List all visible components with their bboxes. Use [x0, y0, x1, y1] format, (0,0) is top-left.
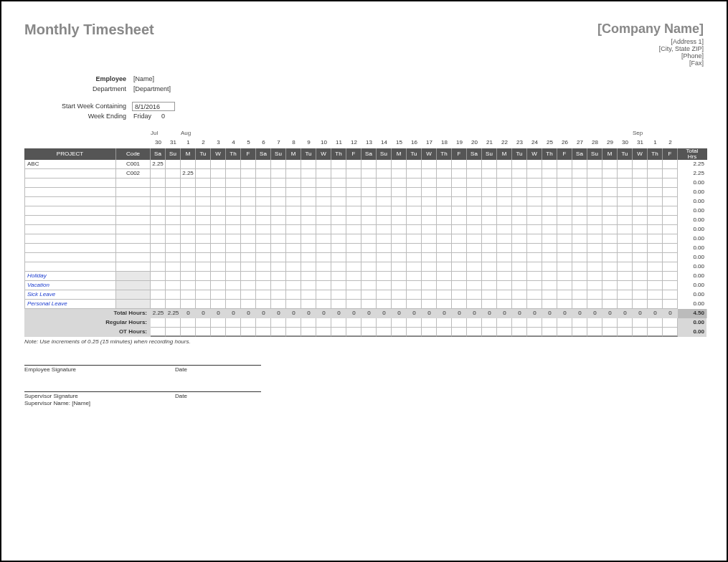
hour-cell[interactable]	[286, 244, 301, 253]
hour-cell[interactable]	[482, 272, 497, 281]
hour-cell[interactable]	[542, 300, 557, 309]
hour-cell[interactable]	[271, 253, 286, 262]
sum-cell[interactable]	[572, 318, 587, 328]
hour-cell[interactable]	[482, 262, 497, 272]
hour-cell[interactable]	[633, 234, 648, 244]
hour-cell[interactable]	[542, 188, 557, 197]
sum-cell[interactable]	[151, 328, 166, 337]
hour-cell[interactable]	[361, 262, 377, 272]
hour-cell[interactable]	[181, 160, 196, 169]
hour-cell[interactable]	[633, 253, 648, 262]
hour-cell[interactable]	[151, 272, 166, 281]
hour-cell[interactable]	[407, 290, 422, 300]
hour-cell[interactable]	[377, 290, 392, 300]
hour-cell[interactable]	[361, 188, 377, 197]
hour-cell[interactable]	[211, 253, 226, 262]
hour-cell[interactable]	[151, 178, 166, 188]
hour-cell[interactable]	[497, 216, 512, 225]
hour-cell[interactable]	[512, 244, 527, 253]
hour-cell[interactable]	[497, 253, 512, 262]
hour-cell[interactable]	[361, 253, 377, 262]
hour-cell[interactable]	[181, 234, 196, 244]
hour-cell[interactable]	[316, 300, 331, 309]
hour-cell[interactable]	[437, 160, 452, 169]
hour-cell[interactable]	[497, 234, 512, 244]
hour-cell[interactable]	[271, 169, 286, 178]
hour-cell[interactable]	[542, 197, 557, 206]
project-cell[interactable]: ABC	[24, 160, 116, 169]
code-cell[interactable]	[116, 253, 151, 262]
hour-cell[interactable]	[151, 300, 166, 309]
hour-cell[interactable]	[422, 290, 437, 300]
sum-cell[interactable]	[301, 318, 316, 328]
sum-cell[interactable]	[437, 318, 452, 328]
hour-cell[interactable]	[663, 281, 678, 290]
hour-cell[interactable]	[497, 169, 512, 178]
hour-cell[interactable]	[226, 244, 241, 253]
sum-cell[interactable]	[542, 318, 557, 328]
hour-cell[interactable]	[151, 244, 166, 253]
hour-cell[interactable]	[648, 300, 663, 309]
hour-cell[interactable]	[482, 225, 497, 234]
hour-cell[interactable]	[286, 300, 301, 309]
hour-cell[interactable]	[557, 281, 572, 290]
hour-cell[interactable]	[452, 225, 467, 234]
sum-cell[interactable]	[467, 328, 482, 337]
hour-cell[interactable]	[527, 188, 542, 197]
code-cell[interactable]	[116, 262, 151, 272]
hour-cell[interactable]	[377, 206, 392, 216]
sum-cell[interactable]	[467, 318, 482, 328]
hour-cell[interactable]	[226, 169, 241, 178]
hour-cell[interactable]	[241, 169, 256, 178]
hour-cell[interactable]	[422, 234, 437, 244]
hour-cell[interactable]	[346, 197, 361, 206]
hour-cell[interactable]	[196, 253, 211, 262]
hour-cell[interactable]	[316, 178, 331, 188]
start-week-value[interactable]: 8/1/2016	[132, 102, 175, 111]
code-cell[interactable]	[116, 206, 151, 216]
code-cell[interactable]	[116, 188, 151, 197]
hour-cell[interactable]	[241, 178, 256, 188]
hour-cell[interactable]	[663, 206, 678, 216]
sum-cell[interactable]	[618, 318, 633, 328]
hour-cell[interactable]	[346, 188, 361, 197]
hour-cell[interactable]	[196, 178, 211, 188]
hour-cell[interactable]	[542, 253, 557, 262]
hour-cell[interactable]	[331, 216, 346, 225]
hour-cell[interactable]	[286, 234, 301, 244]
hour-cell[interactable]	[301, 178, 316, 188]
hour-cell[interactable]	[557, 225, 572, 234]
sum-cell[interactable]	[377, 328, 392, 337]
hour-cell[interactable]	[587, 178, 602, 188]
hour-cell[interactable]	[392, 281, 407, 290]
hour-cell[interactable]	[241, 188, 256, 197]
hour-cell[interactable]	[316, 262, 331, 272]
hour-cell[interactable]	[286, 253, 301, 262]
hour-cell[interactable]	[587, 272, 602, 281]
hour-cell[interactable]	[663, 169, 678, 178]
hour-cell[interactable]	[648, 197, 663, 206]
hour-cell[interactable]	[587, 290, 602, 300]
hour-cell[interactable]	[256, 244, 271, 253]
hour-cell[interactable]	[271, 178, 286, 188]
hour-cell[interactable]	[316, 253, 331, 262]
hour-cell[interactable]	[271, 272, 286, 281]
project-cell[interactable]: Personal Leave	[24, 300, 116, 309]
hour-cell[interactable]	[618, 290, 633, 300]
hour-cell[interactable]	[301, 272, 316, 281]
hour-cell[interactable]	[527, 281, 542, 290]
hour-cell[interactable]	[572, 262, 587, 272]
hour-cell[interactable]	[663, 290, 678, 300]
hour-cell[interactable]	[392, 253, 407, 262]
project-cell[interactable]	[24, 216, 116, 225]
hour-cell[interactable]	[377, 262, 392, 272]
hour-cell[interactable]	[663, 300, 678, 309]
hour-cell[interactable]	[181, 262, 196, 272]
hour-cell[interactable]	[346, 178, 361, 188]
hour-cell[interactable]	[392, 197, 407, 206]
hour-cell[interactable]	[618, 169, 633, 178]
project-cell[interactable]: Holiday	[24, 272, 116, 281]
sum-cell[interactable]	[346, 318, 361, 328]
hour-cell[interactable]	[602, 197, 618, 206]
hour-cell[interactable]	[392, 206, 407, 216]
